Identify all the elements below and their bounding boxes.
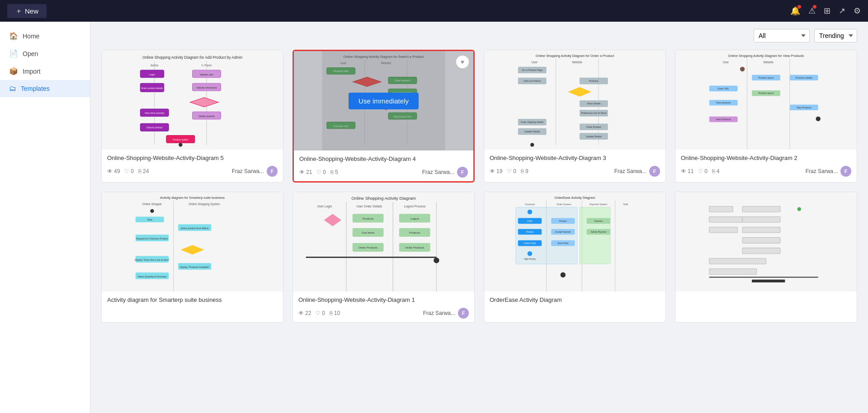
card-title-5: Online-Shopping-Website-Activity-Diagram…: [107, 154, 278, 162]
svg-text:Website: Website: [763, 61, 774, 64]
svg-text:Customer: Customer: [525, 203, 535, 206]
svg-text:Product layout: Product layout: [759, 92, 774, 94]
svg-point-161: [528, 251, 532, 256]
diagram-3: Online Shopping Activity Diagram for Ord…: [484, 50, 665, 150]
svg-point-23: [179, 143, 182, 146]
diagram-1: Online Shopping Activity Diagram User Lo…: [293, 192, 474, 291]
svg-text:Cart Items: Cart Items: [362, 231, 374, 234]
svg-text:Enter shipping details: Enter shipping details: [521, 121, 543, 123]
card-preview-3: Online Shopping Activity Diagram for Ord…: [484, 50, 665, 150]
svg-point-175: [797, 207, 801, 211]
heart-button-4[interactable]: ♥: [456, 56, 469, 68]
share-icon[interactable]: ↗: [839, 6, 845, 16]
template-card-orderease[interactable]: OrderEase Activity Diagram Customer Orde…: [484, 192, 666, 323]
filter-select[interactable]: All Flowcharts UML ER Diagrams: [754, 29, 810, 42]
svg-text:Admin: Admin: [151, 64, 159, 67]
card-title-1: Online-Shopping-Website-Activity-Diagram…: [298, 296, 469, 304]
likes-count-3: 0: [513, 168, 516, 174]
eye-icon: 👁: [299, 169, 305, 175]
likes-stat-4: ♡ 0: [316, 169, 326, 175]
template-card-1[interactable]: Online Shopping Activity Diagram User Lo…: [292, 192, 475, 323]
template-card-4[interactable]: Online Shopping Activity Diagram for Sea…: [292, 50, 475, 183]
alert-icon-wrapper[interactable]: ⚠: [808, 6, 816, 16]
svg-text:Logout: Logout: [410, 217, 419, 220]
sidebar-item-open[interactable]: 📄 Open: [0, 45, 90, 62]
svg-point-74: [740, 67, 745, 71]
sidebar-item-templates[interactable]: 🗂 Templates: [0, 80, 90, 97]
sort-select[interactable]: Trending Newest Popular: [814, 29, 857, 42]
svg-text:User: User: [723, 61, 729, 64]
svg-text:C-Panel: C-Panel: [202, 64, 212, 67]
svg-text:Send Order: Send Order: [557, 242, 569, 244]
card-preview-1: Online Shopping Activity Diagram User Lo…: [293, 192, 474, 291]
author-name-2: Fraz Sarwa...: [806, 168, 838, 174]
card-info-2: Online-Shopping-Website-Activity-Diagram…: [675, 150, 857, 180]
card-author-1: Fraz Sarwa... F: [423, 308, 469, 319]
svg-rect-166: [709, 217, 742, 223]
svg-text:Display "Products Available": Display "Products Available": [180, 266, 209, 268]
card-info-misc: [675, 291, 857, 303]
svg-text:Validate information: Validate information: [196, 86, 217, 89]
svg-text:Display "Sorry this is out of : Display "Sorry this is out of store": [135, 258, 170, 261]
svg-text:Products: Products: [409, 231, 420, 234]
svg-point-67: [530, 143, 534, 146]
plus-icon: ＋: [15, 7, 22, 15]
card-meta-4: 👁 21 ♡ 0 ⎘ 5: [299, 167, 468, 178]
new-button[interactable]: ＋ New: [7, 4, 47, 18]
template-card-3[interactable]: Online Shopping Activity Diagram for Ord…: [484, 50, 666, 183]
grid-icon[interactable]: ⊞: [824, 6, 830, 16]
settings-icon[interactable]: ⚙: [854, 6, 861, 16]
copies-stat-2: ⎘ 4: [712, 168, 720, 174]
template-grid: Online Shopping Activity Diagram for Add…: [101, 50, 857, 323]
diagram-misc: [675, 192, 857, 291]
card-info-1: Online-Shopping-Website-Activity-Diagram…: [293, 291, 474, 322]
card-info-5: Online-Shopping-Website-Activity-Diagram…: [102, 150, 283, 180]
svg-rect-174: [709, 269, 757, 275]
copies-count-5: 24: [143, 168, 149, 174]
svg-rect-173: [709, 258, 766, 264]
diagram-smarterp: Activity diagram for Smarterp suite busi…: [102, 192, 283, 291]
svg-text:where product level affects: where product level affects: [181, 227, 209, 230]
bell-icon-wrapper[interactable]: 🔔: [790, 6, 800, 16]
card-author-5: Fraz Sarwa... F: [232, 166, 278, 177]
svg-text:Logout Process: Logout Process: [404, 205, 425, 209]
card-stats-3: 👁 19 ♡ 0 ⎘ 9: [490, 168, 528, 174]
svg-text:Search product: Search product: [146, 126, 163, 129]
template-card-misc[interactable]: [675, 192, 857, 323]
card-info-3: Online-Shopping-Website-Activity-Diagram…: [484, 150, 665, 180]
likes-stat-2: ♡ 0: [698, 168, 708, 174]
views-count-2: 11: [688, 168, 693, 174]
sidebar-item-import[interactable]: 📦 Import: [0, 62, 90, 80]
use-immediately-button[interactable]: Use immediately: [349, 93, 419, 109]
svg-text:Order Products: Order Products: [405, 246, 424, 249]
views-stat-4: 👁 21: [299, 169, 312, 175]
template-card-5[interactable]: Online Shopping Activity Diagram for Add…: [101, 50, 283, 183]
svg-text:High Priority: High Priority: [524, 258, 536, 260]
svg-text:Product: Product: [526, 231, 534, 233]
card-preview-orderease: OrderEase Activity Diagram Customer Orde…: [484, 192, 665, 291]
copy-icon: ⎘: [330, 310, 333, 316]
svg-text:Process: Process: [559, 220, 567, 222]
svg-rect-177: [752, 280, 785, 282]
likes-stat-1: ♡ 0: [316, 310, 325, 316]
svg-text:Start: Start: [147, 218, 153, 221]
template-card-2[interactable]: Online Shopping Activity Diagram for Vie…: [675, 50, 857, 183]
new-button-label: New: [25, 7, 38, 15]
sidebar-home-label: Home: [23, 33, 39, 40]
diagram-2: Online Shopping Activity Diagram for Vie…: [675, 50, 857, 150]
likes-count-1: 0: [322, 310, 325, 316]
eye-icon: 👁: [681, 168, 686, 174]
svg-text:Staff: Staff: [623, 203, 628, 206]
svg-text:View drive quantity: View drive quantity: [145, 112, 165, 114]
sidebar-templates-label: Templates: [21, 85, 50, 92]
copy-icon: ⎘: [330, 169, 334, 175]
copies-count-2: 4: [717, 168, 720, 174]
svg-text:Products details: Products details: [796, 76, 813, 79]
svg-point-95: [150, 209, 154, 213]
sidebar-item-home[interactable]: 🏠 Home: [0, 27, 90, 45]
card-title-4: Online-Shopping-Website-Activity-Diagram…: [299, 155, 468, 163]
diagram-5: Online Shopping Activity Diagram for Add…: [102, 50, 283, 150]
template-card-smarterp[interactable]: Activity diagram for Smarterp suite busi…: [101, 192, 283, 323]
copy-icon: ⎘: [138, 168, 142, 174]
copies-count-1: 10: [334, 310, 340, 316]
